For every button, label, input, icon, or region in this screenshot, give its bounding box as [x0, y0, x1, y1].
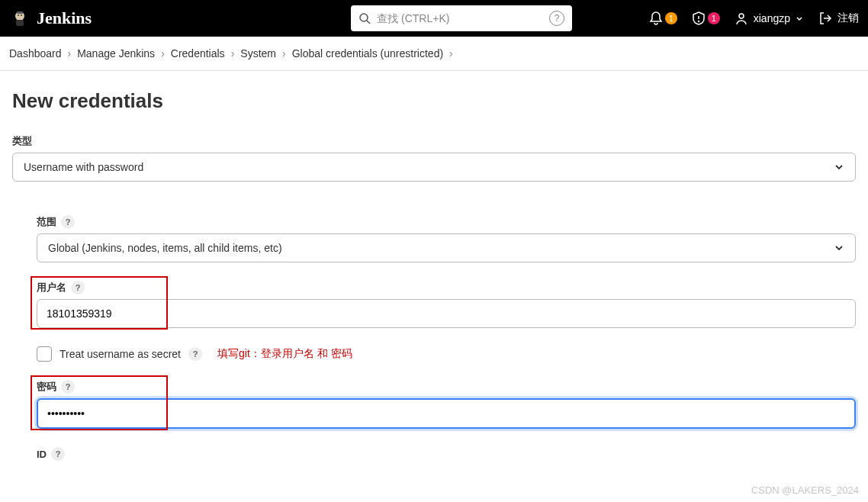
- shield-icon: [691, 11, 706, 26]
- svg-point-5: [360, 14, 368, 21]
- id-label-text: ID: [37, 449, 47, 460]
- main-content: New credentials 类型 Username with passwor…: [0, 71, 868, 497]
- logout-icon: [818, 11, 833, 26]
- scope-label-text: 范围: [37, 215, 56, 229]
- id-group: ID ?: [37, 447, 856, 461]
- chevron-right-icon: ›: [449, 47, 453, 60]
- svg-line-6: [367, 21, 370, 24]
- alerts-button[interactable]: 1: [691, 11, 720, 26]
- breadcrumb: Dashboard › Manage Jenkins › Credentials…: [0, 37, 868, 71]
- jenkins-icon: [9, 8, 31, 29]
- help-icon[interactable]: ?: [61, 380, 75, 394]
- help-icon[interactable]: ?: [61, 215, 75, 229]
- password-input[interactable]: [37, 398, 856, 429]
- treat-secret-checkbox[interactable]: [37, 346, 52, 362]
- svg-point-3: [21, 14, 22, 16]
- credential-details: 范围 ? Global (Jenkins, nodes, items, all …: [12, 200, 856, 461]
- search-box[interactable]: ?: [351, 5, 572, 31]
- password-group: 密码 ?: [37, 380, 856, 429]
- type-value: Username with password: [24, 161, 143, 173]
- alert-badge: 1: [708, 12, 720, 24]
- svg-point-2: [18, 14, 19, 16]
- top-header: Jenkins ? 1 1 xiangzp 注销: [0, 0, 868, 37]
- type-select[interactable]: Username with password: [12, 153, 856, 182]
- user-menu[interactable]: xiangzp: [734, 11, 804, 26]
- svg-point-8: [698, 21, 699, 22]
- username-label: xiangzp: [754, 12, 790, 24]
- scope-value: Global (Jenkins, nodes, items, all child…: [48, 242, 282, 254]
- breadcrumb-item[interactable]: Dashboard: [9, 47, 62, 60]
- username-input[interactable]: [37, 299, 856, 328]
- brand-text: Jenkins: [37, 8, 92, 28]
- brand-logo[interactable]: Jenkins: [9, 8, 92, 29]
- header-actions: 1 1 xiangzp 注销: [648, 11, 859, 26]
- help-icon[interactable]: ?: [188, 347, 202, 361]
- username-label: 用户名 ?: [37, 281, 856, 294]
- notif-badge: 1: [665, 12, 677, 24]
- treat-secret-label: Treat username as secret: [59, 348, 181, 360]
- chevron-down-icon: [795, 14, 804, 23]
- page-title: New credentials: [12, 89, 856, 113]
- scope-group: 范围 ? Global (Jenkins, nodes, items, all …: [37, 215, 856, 262]
- chevron-down-icon: [834, 162, 844, 172]
- notifications-button[interactable]: 1: [648, 11, 677, 26]
- username-label-text: 用户名: [37, 281, 66, 294]
- svg-rect-4: [17, 11, 23, 14]
- bell-icon: [648, 11, 664, 26]
- logout-button[interactable]: 注销: [818, 11, 859, 26]
- type-label: 类型: [12, 134, 856, 148]
- search-input[interactable]: [377, 12, 543, 24]
- search-icon: [358, 12, 371, 24]
- type-group: 类型 Username with password: [12, 134, 856, 182]
- chevron-right-icon: ›: [68, 47, 72, 60]
- logout-label: 注销: [837, 11, 859, 25]
- breadcrumb-item[interactable]: Global credentials (unrestricted): [292, 47, 443, 60]
- breadcrumb-item[interactable]: System: [240, 47, 276, 60]
- chevron-down-icon: [834, 243, 844, 253]
- scope-label: 范围 ?: [37, 215, 856, 229]
- chevron-right-icon: ›: [231, 47, 235, 60]
- svg-rect-1: [16, 20, 24, 26]
- id-label: ID ?: [37, 447, 856, 461]
- user-icon: [734, 11, 749, 26]
- breadcrumb-item[interactable]: Credentials: [171, 47, 225, 60]
- password-label: 密码 ?: [37, 380, 856, 394]
- treat-secret-row: Treat username as secret ? 填写git：登录用户名 和…: [37, 346, 856, 362]
- annotation-text: 填写git：登录用户名 和 密码: [217, 347, 352, 361]
- help-icon[interactable]: ?: [71, 281, 85, 294]
- chevron-right-icon: ›: [282, 47, 286, 60]
- scope-select[interactable]: Global (Jenkins, nodes, items, all child…: [37, 233, 856, 262]
- watermark: CSDN @LAKERS_2024: [751, 484, 859, 496]
- chevron-right-icon: ›: [161, 47, 165, 60]
- help-icon[interactable]: ?: [51, 447, 65, 461]
- svg-point-9: [739, 14, 744, 18]
- password-label-text: 密码: [37, 380, 56, 394]
- username-group: 用户名 ?: [37, 281, 856, 328]
- help-icon[interactable]: ?: [549, 11, 564, 26]
- breadcrumb-item[interactable]: Manage Jenkins: [77, 47, 155, 60]
